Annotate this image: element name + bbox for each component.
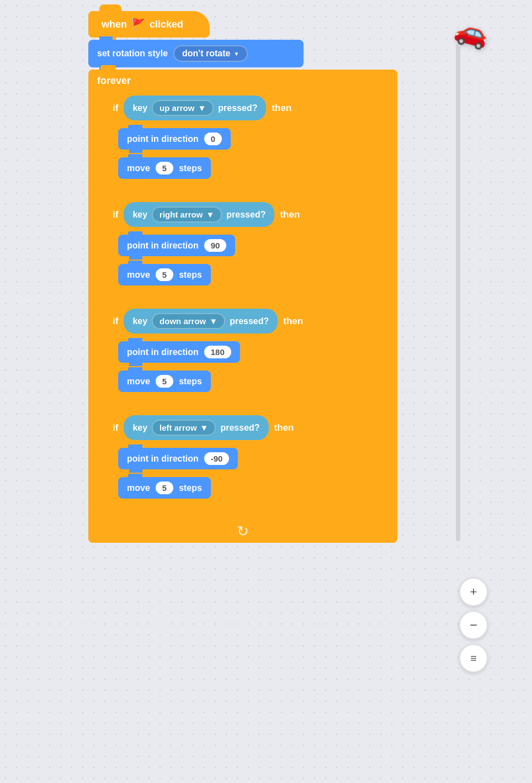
pressed-label-0: pressed? — [218, 103, 257, 113]
move-text-2: move — [127, 377, 150, 387]
key-value-dropdown-2[interactable]: down arrow ▼ — [152, 313, 225, 329]
when-flag-clicked-block[interactable]: when 🚩 clicked — [88, 11, 210, 38]
then-label-2: then — [283, 316, 303, 327]
zoom-controls: + − ≡ — [459, 578, 488, 673]
if-block-up-arrow: if key up arrow ▼ pressed? then — [104, 90, 369, 191]
rotation-style-value: don't rotate — [182, 49, 230, 59]
key-label-0: key — [132, 103, 147, 113]
move-text-3: move — [127, 483, 150, 493]
key-value-dropdown-3[interactable]: left arrow ▼ — [152, 420, 216, 436]
chevron-down-icon-3: ▼ — [200, 423, 209, 432]
clicked-label: clicked — [150, 19, 183, 30]
steps-text-3: steps — [179, 483, 202, 493]
pressed-label-3: pressed? — [220, 423, 259, 433]
direction-value-0[interactable]: 0 — [204, 133, 222, 145]
key-value-2: down arrow — [159, 316, 206, 326]
when-label: when — [102, 19, 127, 30]
key-value-0: up arrow — [159, 103, 194, 113]
if-block-left-arrow: if key left arrow ▼ pressed? then — [104, 410, 369, 511]
key-pressed-condition-2[interactable]: key down arrow ▼ pressed? — [124, 309, 278, 334]
zoom-out-icon: − — [470, 617, 477, 633]
chevron-down-icon-2: ▼ — [209, 316, 217, 326]
rotation-style-dropdown[interactable]: don't rotate ▼ — [173, 45, 248, 62]
direction-text-3: point in direction — [127, 454, 199, 464]
zoom-fit-button[interactable]: ≡ — [459, 644, 488, 673]
zoom-out-button[interactable]: − — [459, 611, 488, 639]
blocks-container: when 🚩 clicked set rotation style don't … — [88, 11, 397, 543]
key-value-dropdown-1[interactable]: right arrow ▼ — [152, 207, 222, 223]
move-value-1[interactable]: 5 — [156, 268, 173, 281]
steps-text-2: steps — [179, 377, 202, 387]
point-direction-block-0[interactable]: point in direction 0 — [118, 128, 231, 150]
move-text-1: move — [127, 270, 150, 280]
move-block-3[interactable]: move 5 steps — [118, 477, 211, 499]
move-value-0[interactable]: 5 — [156, 162, 173, 174]
point-direction-block-3[interactable]: point in direction -90 — [118, 448, 238, 469]
steps-text-0: steps — [179, 163, 202, 173]
move-block-0[interactable]: move 5 steps — [118, 157, 211, 179]
chevron-down-icon-1: ▼ — [206, 210, 214, 219]
key-pressed-condition-3[interactable]: key left arrow ▼ pressed? — [124, 415, 268, 440]
zoom-in-icon: + — [470, 585, 477, 599]
direction-text-2: point in direction — [127, 347, 199, 357]
if-block-down-arrow: if key down arrow ▼ pressed? then — [104, 303, 369, 404]
flag-icon: 🚩 — [131, 18, 145, 31]
key-value-dropdown-0[interactable]: up arrow ▼ — [152, 100, 214, 116]
scrollbar[interactable] — [456, 44, 460, 541]
if-label-1: if — [113, 209, 118, 220]
set-rotation-label: set rotation style — [97, 49, 168, 59]
if-label-0: if — [113, 103, 118, 114]
steps-text-1: steps — [179, 270, 202, 280]
fit-icon: ≡ — [470, 652, 477, 665]
forever-label: forever — [88, 70, 397, 87]
pressed-label-2: pressed? — [230, 316, 269, 326]
key-label-3: key — [132, 423, 147, 433]
direction-text-0: point in direction — [127, 134, 199, 144]
set-rotation-style-block[interactable]: set rotation style don't rotate ▼ — [88, 40, 304, 67]
chevron-down-icon-0: ▼ — [198, 103, 206, 113]
if-block-right-arrow: if key right arrow ▼ pressed? then — [104, 197, 369, 298]
then-label-1: then — [280, 209, 300, 220]
key-label-1: key — [132, 210, 147, 220]
key-value-1: right arrow — [159, 210, 203, 219]
pressed-label-1: pressed? — [226, 210, 265, 220]
key-pressed-condition-1[interactable]: key right arrow ▼ pressed? — [124, 202, 274, 227]
point-direction-block-2[interactable]: point in direction 180 — [118, 341, 240, 363]
direction-value-1[interactable]: 90 — [204, 239, 227, 252]
if-label-3: if — [113, 422, 118, 433]
loop-icon: ↺ — [237, 523, 249, 540]
move-block-2[interactable]: move 5 steps — [118, 371, 211, 392]
then-label-0: then — [272, 103, 291, 114]
key-pressed-condition-0[interactable]: key up arrow ▼ pressed? — [124, 96, 266, 120]
key-label-2: key — [132, 316, 147, 326]
chevron-down-icon: ▼ — [233, 51, 239, 57]
key-value-3: left arrow — [159, 423, 197, 432]
if-label-2: if — [113, 316, 118, 327]
move-block-1[interactable]: move 5 steps — [118, 264, 211, 285]
sprite-thumbnail: 🚗 — [455, 17, 493, 66]
direction-text-1: point in direction — [127, 241, 199, 251]
forever-block: forever if key up arrow ▼ — [88, 70, 397, 543]
direction-value-3[interactable]: -90 — [204, 452, 230, 465]
forever-bottom: ↺ — [88, 520, 397, 543]
direction-value-2[interactable]: 180 — [204, 346, 231, 358]
move-value-3[interactable]: 5 — [156, 482, 173, 494]
zoom-in-button[interactable]: + — [459, 578, 488, 606]
then-label-3: then — [274, 422, 294, 433]
move-value-2[interactable]: 5 — [156, 375, 173, 388]
move-text-0: move — [127, 163, 150, 173]
point-direction-block-1[interactable]: point in direction 90 — [118, 235, 235, 256]
